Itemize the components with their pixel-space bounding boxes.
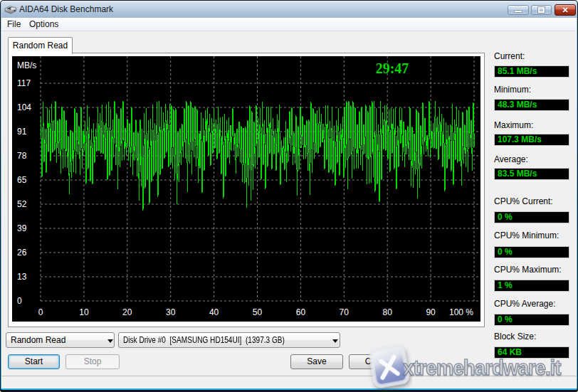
svg-text:0: 0 [38,307,43,317]
svg-text:80: 80 [383,307,393,317]
svg-text:78: 78 [17,151,27,161]
svg-text:26: 26 [17,248,27,258]
svg-text:100 %: 100 % [449,307,473,317]
svg-text:50: 50 [253,307,263,317]
svg-text:90: 90 [426,307,436,317]
svg-text:30: 30 [166,307,176,317]
svg-text:10: 10 [79,307,89,317]
svg-text:65: 65 [17,175,27,185]
svg-text:39: 39 [17,223,27,233]
svg-text:40: 40 [209,307,219,317]
svg-text:13: 13 [17,272,27,282]
svg-text:20: 20 [122,307,132,317]
svg-text:60: 60 [296,307,306,317]
svg-text:104: 104 [17,102,31,112]
svg-text:29:47: 29:47 [376,60,409,76]
svg-text:MB/s: MB/s [17,60,36,70]
svg-text:117: 117 [17,78,31,88]
svg-text:0: 0 [17,296,22,306]
svg-text:52: 52 [17,199,27,209]
svg-text:91: 91 [17,127,27,137]
svg-text:70: 70 [340,307,350,317]
